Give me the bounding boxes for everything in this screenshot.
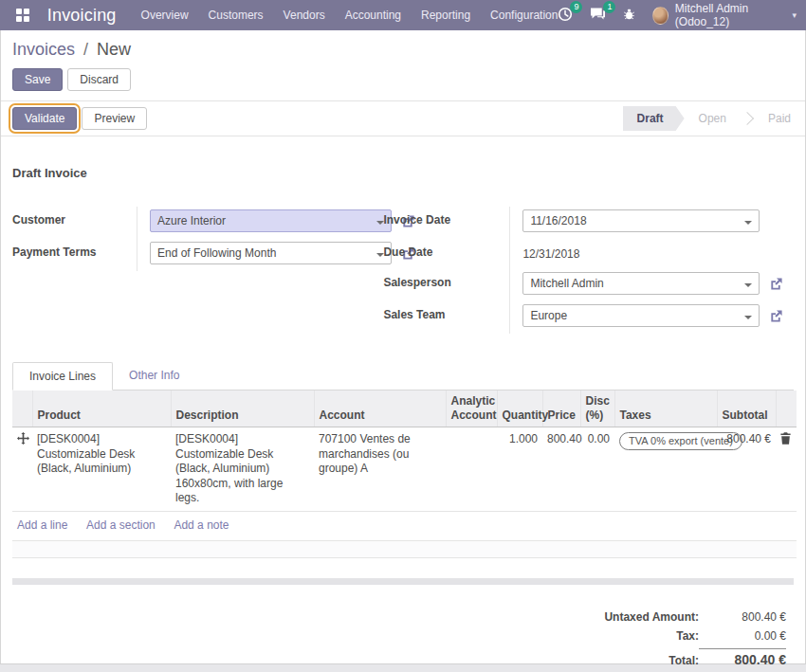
add-a-section-link[interactable]: Add a section	[86, 518, 156, 532]
col-subtotal[interactable]: Subtotal	[717, 390, 776, 427]
untaxed-amount-value: 800.40 €	[699, 610, 786, 624]
form-statusbar: Validate Preview Draft Open Paid	[1, 101, 805, 136]
sales-team-external-link-icon[interactable]	[769, 309, 783, 323]
messages-button[interactable]: 1	[590, 7, 606, 24]
totals-panel: Untaxed Amount: 800.40 € Tax: 0.00 € Tot…	[521, 608, 786, 670]
save-button[interactable]: Save	[12, 68, 63, 91]
customer-label: Customer	[12, 207, 137, 239]
breadcrumb-current: New	[97, 40, 131, 59]
col-analytic-account[interactable]: Analytic Account	[446, 390, 497, 427]
dropdown-caret-icon	[744, 221, 752, 228]
menu-reporting[interactable]: Reporting	[421, 1, 470, 29]
payment-terms-field[interactable]: End of Following Month	[150, 242, 392, 264]
dropdown-caret-icon	[744, 283, 752, 291]
notebook-tabs: Invoice Lines Other Info	[12, 362, 794, 390]
menu-accounting[interactable]: Accounting	[345, 1, 401, 29]
control-panel: Invoices / New Save Discard	[1, 30, 805, 101]
invoice-date-field[interactable]: 11/16/2018	[522, 209, 760, 232]
due-date-label: Due Date	[383, 239, 509, 269]
sales-team-label: Sales Team	[383, 301, 509, 334]
col-price[interactable]: Price	[542, 390, 580, 427]
menu-configuration[interactable]: Configuration	[490, 1, 558, 29]
tax-tag[interactable]: TVA 0% export (vente)	[619, 432, 742, 450]
table-header-row: Product Description Account Analytic Acc…	[12, 390, 797, 427]
tab-other-info[interactable]: Other Info	[113, 362, 195, 390]
user-menu[interactable]: Mitchell Admin (Odoo_12) ▾	[652, 2, 797, 28]
cell-description[interactable]: [DESK0004] Customizable Desk (Black, Alu…	[171, 427, 314, 512]
form-sheet: Draft Invoice Customer Azure Interior Pa	[1, 136, 805, 672]
menu-vendors[interactable]: Vendors	[284, 1, 325, 29]
breadcrumb-invoices-link[interactable]: Invoices	[12, 40, 75, 59]
breadcrumb-separator: /	[83, 40, 88, 59]
top-navbar: Invoicing Overview Customers Vendors Acc…	[0, 0, 806, 30]
cell-analytic-account[interactable]	[446, 427, 497, 512]
total-label: Total:	[669, 654, 699, 667]
main-menu: Overview Customers Vendors Accounting Re…	[141, 1, 559, 29]
invoice-date-label: Invoice Date	[383, 207, 509, 239]
notebook: Invoice Lines Other Info Product Descrip…	[12, 362, 794, 558]
invoice-line-row: [DESK0004] Customizable Desk (Black, Alu…	[12, 427, 797, 512]
apps-menu-button[interactable]	[11, 3, 34, 27]
app-title[interactable]: Invoicing	[47, 6, 117, 26]
bug-icon	[623, 8, 635, 24]
col-taxes[interactable]: Taxes	[614, 390, 717, 427]
tab-invoice-lines[interactable]: Invoice Lines	[12, 362, 113, 390]
customer-field[interactable]: Azure Interior	[150, 209, 392, 232]
status-step-draft[interactable]: Draft	[623, 106, 685, 131]
tax-label: Tax:	[676, 629, 699, 643]
preview-button[interactable]: Preview	[82, 107, 147, 130]
col-description[interactable]: Description	[171, 390, 314, 427]
payment-terms-label: Payment Terms	[12, 239, 137, 271]
user-name: Mitchell Admin (Odoo_12)	[675, 2, 786, 28]
salesperson-field[interactable]: Mitchell Admin	[522, 272, 760, 295]
drag-column-header	[12, 390, 32, 427]
systray: 9 1 Mitchell Admin (Odoo_12) ▾	[558, 2, 797, 28]
delete-column-header	[776, 390, 797, 427]
debug-button[interactable]	[623, 8, 635, 24]
message-count-badge: 1	[603, 1, 615, 13]
drag-handle-icon[interactable]	[17, 432, 29, 445]
sales-team-field[interactable]: Europe	[522, 304, 760, 327]
col-disc[interactable]: Disc (%)	[580, 390, 614, 427]
cell-disc[interactable]: 0.00	[580, 427, 614, 512]
section-divider-bar	[12, 578, 794, 585]
menu-customers[interactable]: Customers	[209, 1, 264, 29]
salesperson-external-link-icon[interactable]	[769, 277, 783, 291]
record-buttons: Save Discard	[12, 68, 790, 91]
document-state-title: Draft Invoice	[12, 166, 794, 180]
add-a-line-link[interactable]: Add a line	[17, 518, 67, 532]
invoice-lines-table: Product Description Account Analytic Acc…	[12, 390, 797, 558]
salesperson-label: Salesperson	[383, 269, 509, 301]
untaxed-amount-label: Untaxed Amount:	[604, 610, 699, 624]
main-page: Invoices / New Save Discard Validate Pre…	[0, 30, 806, 663]
cell-price[interactable]: 800.40	[542, 427, 580, 512]
cell-taxes[interactable]: TVA 0% export (vente)	[614, 427, 717, 512]
due-date-value: 12/31/2018	[522, 244, 579, 261]
total-value: 800.40 €	[699, 648, 786, 667]
validate-button[interactable]: Validate	[12, 107, 77, 130]
cell-account[interactable]: 707100 Ventes de marchandises (ou groupe…	[314, 427, 446, 512]
cell-product[interactable]: [DESK0004] Customizable Desk (Black, Alu…	[32, 427, 171, 512]
status-pipeline: Draft Open Paid	[623, 106, 805, 131]
status-step-paid[interactable]: Paid	[754, 106, 805, 131]
cell-quantity[interactable]: 1.000	[497, 427, 542, 512]
chevron-down-icon: ▾	[792, 10, 797, 20]
activities-button[interactable]: 9	[558, 7, 573, 25]
dropdown-caret-icon	[744, 316, 752, 323]
form-fields: Customer Azure Interior Payment Terms	[12, 207, 794, 334]
add-a-note-link[interactable]: Add a note	[174, 518, 229, 532]
delete-line-icon[interactable]	[780, 432, 791, 445]
discard-button[interactable]: Discard	[67, 68, 131, 91]
col-account[interactable]: Account	[314, 390, 446, 427]
user-avatar	[652, 7, 668, 25]
breadcrumb: Invoices / New	[12, 40, 790, 60]
menu-overview[interactable]: Overview	[141, 1, 189, 29]
chevron-right-icon	[741, 106, 754, 131]
empty-list-row	[12, 540, 797, 557]
apps-grid-icon	[16, 9, 29, 22]
cell-subtotal: 800.40 €	[717, 427, 776, 512]
status-step-open[interactable]: Open	[685, 106, 741, 131]
workflow-buttons: Validate Preview	[12, 107, 147, 130]
col-product[interactable]: Product	[32, 390, 171, 427]
col-quantity[interactable]: Quantity	[497, 390, 542, 427]
